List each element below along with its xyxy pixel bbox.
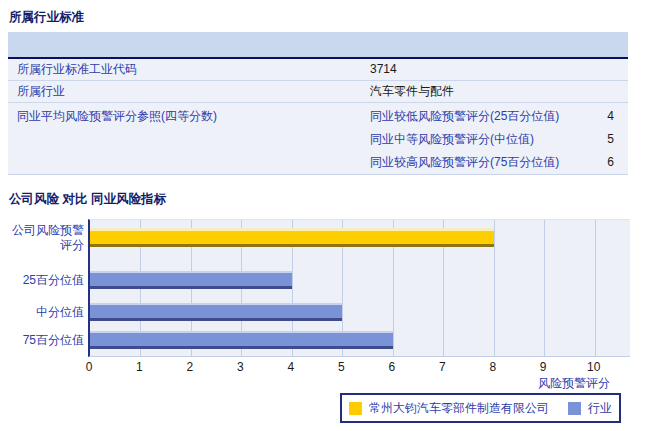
row-label: 所属行业	[17, 81, 65, 102]
risk-comparison-chart: 公司风险预警评分 25百分位值 中分位值 75百分位值 012345678910…	[8, 219, 628, 425]
x-tick-label: 4	[280, 360, 302, 374]
legend-industry-label: 行业	[588, 400, 612, 417]
legend-company-swatch-icon	[349, 402, 362, 415]
x-axis-ticks: 012345678910	[89, 360, 629, 374]
peer-reference-row: 同业平均风险预警评分参照(四等分数) 同业较低风险预警评分(25百分位值) 4 …	[8, 103, 628, 174]
bar-industry-median	[90, 303, 342, 321]
peer-item-value: 6	[607, 151, 614, 174]
table-row: 所属行业标准工业代码 3714	[8, 59, 628, 81]
peer-reference-item: 同业较高风险预警评分(75百分位值) 6	[8, 151, 628, 174]
x-tick-label: 3	[229, 360, 251, 374]
peer-item-label: 同业较高风险预警评分(75百分位值)	[370, 151, 559, 174]
category-label-25th-percentile: 25百分位值	[8, 273, 84, 288]
peer-reference-item: 同业中等风险预警评分(中位值) 5	[8, 128, 628, 151]
industry-table: 所属行业标准工业代码 3714 所属行业 汽车零件与配件 同业平均风险预警评分参…	[8, 32, 628, 175]
x-tick-label: 9	[532, 360, 554, 374]
x-axis-label: 风险预警评分	[88, 375, 610, 392]
category-label-company-score: 公司风险预警评分	[8, 223, 84, 253]
comparison-section-title: 公司风险 对比 同业风险指标	[0, 192, 645, 206]
x-tick-label: 8	[482, 360, 504, 374]
x-tick-label: 0	[78, 360, 100, 374]
table-row: 所属行业 汽车零件与配件	[8, 81, 628, 103]
x-tick-label: 7	[431, 360, 453, 374]
x-tick-label: 2	[179, 360, 201, 374]
legend-company-label: 常州大钧汽车零部件制造有限公司	[369, 400, 549, 417]
x-tick-label: 6	[381, 360, 403, 374]
category-label-median: 中分位值	[8, 305, 84, 320]
peer-reference-item: 同业较低风险预警评分(25百分位值) 4	[8, 105, 628, 128]
row-value: 汽车零件与配件	[370, 81, 454, 102]
x-tick-label: 1	[128, 360, 150, 374]
row-value: 3714	[370, 59, 397, 80]
x-tick-label: 10	[583, 360, 605, 374]
row-label: 所属行业标准工业代码	[17, 59, 137, 80]
industry-section-title: 所属行业标准	[0, 0, 645, 24]
peer-item-value: 5	[607, 128, 614, 151]
bar-company-score	[90, 228, 494, 247]
table-header-band	[8, 32, 628, 59]
legend-industry-swatch-icon	[568, 402, 581, 415]
peer-item-value: 4	[607, 105, 614, 128]
chart-legend: 常州大钧汽车零部件制造有限公司 行业	[340, 393, 621, 423]
category-label-75th-percentile: 75百分位值	[8, 333, 84, 348]
bar-industry-75th	[90, 331, 393, 349]
x-tick-label: 5	[330, 360, 352, 374]
peer-item-label: 同业较低风险预警评分(25百分位值)	[370, 105, 559, 128]
plot-area	[88, 219, 630, 357]
bar-industry-25th	[90, 271, 292, 289]
peer-item-label: 同业中等风险预警评分(中位值)	[370, 128, 534, 151]
